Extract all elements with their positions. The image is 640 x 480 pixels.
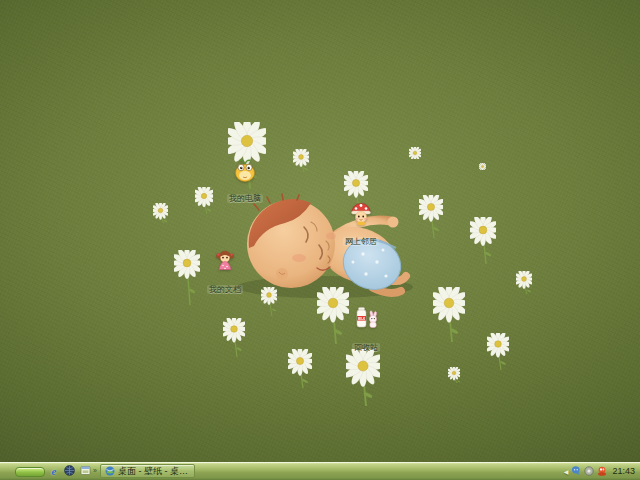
daisy-flower (409, 145, 421, 163)
daisy-flower (346, 349, 380, 411)
daisy-flower (479, 156, 486, 174)
desktop-icon-network-places[interactable]: 网上邻居 (333, 200, 389, 248)
svg-text:MILK: MILK (358, 317, 366, 321)
desktop-icon-my-computer[interactable]: 我的电脑 (217, 157, 273, 205)
my-documents-icon (212, 248, 238, 274)
sleeping-baby-illustration (225, 192, 425, 302)
daisy-flower (448, 367, 460, 388)
taskbar[interactable]: e » 桌面 - 壁纸 - 桌酷... ◀ (0, 462, 640, 480)
taskbar-clock[interactable]: 21:43 (612, 466, 635, 476)
network-places-icon (348, 200, 374, 226)
start-button[interactable] (15, 467, 45, 477)
quicklaunch-internet-explorer-icon[interactable]: e (48, 465, 60, 477)
desktop-icon-my-documents[interactable]: 我的文档 (197, 248, 253, 296)
taskbar-window-title: 桌面 - 壁纸 - 桌酷... (118, 465, 190, 478)
tray-qq-icon[interactable] (597, 466, 607, 476)
recycle-bin-icon: MILK (352, 304, 380, 332)
taskbar-window-button[interactable]: 桌面 - 壁纸 - 桌酷... (100, 464, 195, 478)
daisy-flower (153, 203, 168, 228)
desktop-icon-label: 回收站 (352, 343, 380, 352)
quicklaunch-overflow-chevron[interactable]: » (93, 467, 97, 475)
daisy-flower (288, 349, 312, 393)
desktop-icon-label: 网上邻居 (343, 237, 379, 246)
desktop-icon-recycle-bin[interactable]: MILK 回收站 (338, 304, 394, 354)
daisy-flower (516, 271, 532, 299)
tray-media-icon[interactable] (584, 466, 594, 476)
quicklaunch-folder-window-icon[interactable] (80, 465, 92, 477)
desktop-surface[interactable]: 我的电脑 网上邻居 我的文档 MILK 回收站 (0, 0, 640, 462)
tray-collapse-arrow-icon[interactable]: ◀ (564, 468, 569, 475)
system-tray: ◀ 21:43 (561, 462, 638, 480)
desktop-icon-label: 我的文档 (207, 285, 243, 294)
daisy-flower (293, 149, 309, 177)
daisy-flower (470, 217, 496, 269)
daisy-flower (433, 287, 465, 347)
window-ie-icon (105, 466, 115, 476)
my-computer-icon (232, 157, 258, 183)
daisy-flower (223, 318, 245, 362)
daisy-flower (487, 333, 509, 375)
daisy-flower (195, 187, 213, 219)
desktop-icon-label: 我的电脑 (227, 194, 263, 203)
quicklaunch-browser-globe-icon[interactable] (64, 465, 76, 477)
tray-messenger-icon[interactable] (571, 466, 581, 476)
